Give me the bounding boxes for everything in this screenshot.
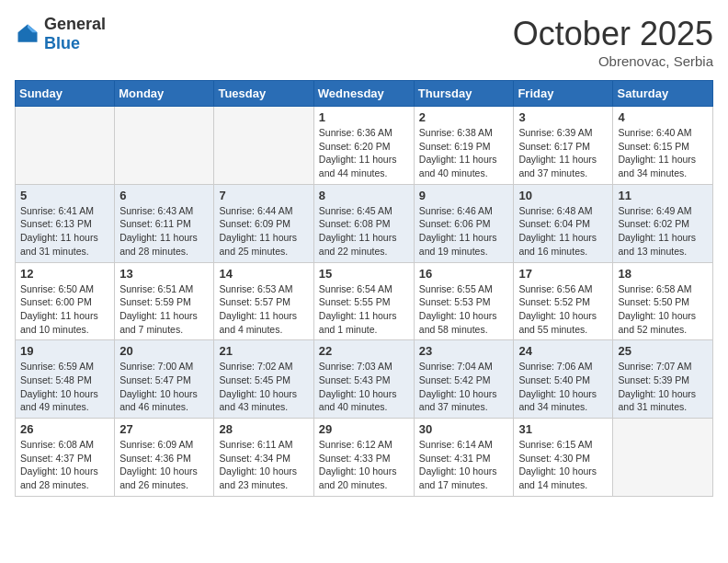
day-info: Sunrise: 6:38 AM Sunset: 6:19 PM Dayligh… xyxy=(419,126,509,180)
day-info: Sunrise: 6:50 AM Sunset: 6:00 PM Dayligh… xyxy=(20,282,109,337)
calendar-day-cell: 4Sunrise: 6:40 AM Sunset: 6:15 PM Daylig… xyxy=(613,107,713,185)
day-info: Sunrise: 6:39 AM Sunset: 6:17 PM Dayligh… xyxy=(518,126,608,180)
calendar-header-row: SundayMondayTuesdayWednesdayThursdayFrid… xyxy=(16,81,713,107)
day-info: Sunrise: 7:04 AM Sunset: 5:42 PM Dayligh… xyxy=(419,360,509,414)
weekday-header: Thursday xyxy=(414,81,514,107)
day-number: 1 xyxy=(319,110,409,124)
day-number: 28 xyxy=(219,422,308,436)
day-info: Sunrise: 6:59 AM Sunset: 5:48 PM Dayligh… xyxy=(20,360,109,414)
day-number: 8 xyxy=(319,189,409,202)
calendar-day-cell: 12Sunrise: 6:50 AM Sunset: 6:00 PM Dayli… xyxy=(16,262,115,340)
calendar-day-cell: 24Sunrise: 7:06 AM Sunset: 5:40 PM Dayli… xyxy=(514,340,613,419)
day-info: Sunrise: 6:08 AM Sunset: 4:37 PM Dayligh… xyxy=(20,438,109,492)
weekday-header: Monday xyxy=(115,81,214,107)
day-number: 13 xyxy=(119,267,209,281)
calendar-day-cell: 30Sunrise: 6:14 AM Sunset: 4:31 PM Dayli… xyxy=(414,419,514,497)
calendar-day-cell: 26Sunrise: 6:08 AM Sunset: 4:37 PM Dayli… xyxy=(16,419,115,497)
day-info: Sunrise: 6:15 AM Sunset: 4:30 PM Dayligh… xyxy=(518,438,608,492)
calendar-day-cell: 5Sunrise: 6:41 AM Sunset: 6:13 PM Daylig… xyxy=(16,184,115,262)
day-info: Sunrise: 6:51 AM Sunset: 5:59 PM Dayligh… xyxy=(119,282,209,337)
day-number: 24 xyxy=(518,344,608,358)
weekday-header: Friday xyxy=(514,81,613,107)
day-number: 20 xyxy=(119,344,209,358)
day-info: Sunrise: 7:07 AM Sunset: 5:39 PM Dayligh… xyxy=(618,360,708,414)
calendar-day-cell: 22Sunrise: 7:03 AM Sunset: 5:43 PM Dayli… xyxy=(313,340,414,419)
calendar-day-cell: 15Sunrise: 6:54 AM Sunset: 5:55 PM Dayli… xyxy=(313,262,414,340)
calendar-day-cell: 13Sunrise: 6:51 AM Sunset: 5:59 PM Dayli… xyxy=(115,262,214,340)
day-number: 30 xyxy=(419,422,509,436)
day-number: 31 xyxy=(518,422,608,436)
calendar-day-cell: 7Sunrise: 6:44 AM Sunset: 6:09 PM Daylig… xyxy=(214,184,313,262)
day-info: Sunrise: 6:55 AM Sunset: 5:53 PM Dayligh… xyxy=(419,282,509,337)
day-info: Sunrise: 7:00 AM Sunset: 5:47 PM Dayligh… xyxy=(119,360,209,414)
day-info: Sunrise: 6:14 AM Sunset: 4:31 PM Dayligh… xyxy=(419,438,509,492)
calendar-day-cell xyxy=(214,107,313,185)
calendar-day-cell: 14Sunrise: 6:53 AM Sunset: 5:57 PM Dayli… xyxy=(214,262,313,340)
logo-blue-text: Blue xyxy=(44,34,80,52)
day-info: Sunrise: 7:03 AM Sunset: 5:43 PM Dayligh… xyxy=(319,360,409,414)
day-number: 27 xyxy=(119,422,209,436)
day-info: Sunrise: 6:41 AM Sunset: 6:13 PM Dayligh… xyxy=(20,204,109,259)
day-number: 22 xyxy=(319,344,409,358)
day-info: Sunrise: 6:54 AM Sunset: 5:55 PM Dayligh… xyxy=(319,282,409,337)
calendar-day-cell xyxy=(613,419,713,497)
calendar-day-cell: 25Sunrise: 7:07 AM Sunset: 5:39 PM Dayli… xyxy=(613,340,713,419)
logo: General Blue xyxy=(15,15,106,53)
location-subtitle: Obrenovac, Serbia xyxy=(513,53,713,69)
calendar-day-cell: 21Sunrise: 7:02 AM Sunset: 5:45 PM Dayli… xyxy=(214,340,313,419)
day-info: Sunrise: 7:06 AM Sunset: 5:40 PM Dayligh… xyxy=(518,360,608,414)
day-info: Sunrise: 6:36 AM Sunset: 6:20 PM Dayligh… xyxy=(319,126,409,180)
calendar-day-cell: 8Sunrise: 6:45 AM Sunset: 6:08 PM Daylig… xyxy=(313,184,414,262)
day-number: 5 xyxy=(20,189,109,202)
calendar-day-cell: 18Sunrise: 6:58 AM Sunset: 5:50 PM Dayli… xyxy=(613,262,713,340)
calendar-week-row: 26Sunrise: 6:08 AM Sunset: 4:37 PM Dayli… xyxy=(16,419,713,497)
day-number: 11 xyxy=(618,189,708,202)
day-number: 9 xyxy=(419,189,509,202)
day-info: Sunrise: 6:44 AM Sunset: 6:09 PM Dayligh… xyxy=(219,204,308,259)
page-header: General Blue October 2025 Obrenovac, Ser… xyxy=(15,15,713,69)
day-number: 25 xyxy=(618,344,708,358)
calendar-day-cell: 29Sunrise: 6:12 AM Sunset: 4:33 PM Dayli… xyxy=(313,419,414,497)
day-number: 18 xyxy=(618,267,708,281)
weekday-header: Tuesday xyxy=(214,81,313,107)
calendar-day-cell: 6Sunrise: 6:43 AM Sunset: 6:11 PM Daylig… xyxy=(115,184,214,262)
day-info: Sunrise: 6:12 AM Sunset: 4:33 PM Dayligh… xyxy=(319,438,409,492)
day-number: 29 xyxy=(319,422,409,436)
title-block: October 2025 Obrenovac, Serbia xyxy=(513,15,713,69)
calendar-day-cell: 1Sunrise: 6:36 AM Sunset: 6:20 PM Daylig… xyxy=(313,107,414,185)
calendar-day-cell: 31Sunrise: 6:15 AM Sunset: 4:30 PM Dayli… xyxy=(514,419,613,497)
day-number: 7 xyxy=(219,189,308,202)
calendar-week-row: 19Sunrise: 6:59 AM Sunset: 5:48 PM Dayli… xyxy=(16,340,713,419)
day-info: Sunrise: 6:45 AM Sunset: 6:08 PM Dayligh… xyxy=(319,204,409,259)
day-info: Sunrise: 6:09 AM Sunset: 4:36 PM Dayligh… xyxy=(119,438,209,492)
day-number: 6 xyxy=(119,189,209,202)
day-number: 12 xyxy=(20,267,109,281)
day-number: 3 xyxy=(518,110,608,124)
day-info: Sunrise: 6:53 AM Sunset: 5:57 PM Dayligh… xyxy=(219,282,308,337)
day-info: Sunrise: 6:40 AM Sunset: 6:15 PM Dayligh… xyxy=(618,126,708,180)
day-info: Sunrise: 6:49 AM Sunset: 6:02 PM Dayligh… xyxy=(618,204,708,259)
calendar-day-cell: 16Sunrise: 6:55 AM Sunset: 5:53 PM Dayli… xyxy=(414,262,514,340)
day-number: 17 xyxy=(518,267,608,281)
day-number: 10 xyxy=(518,189,608,202)
calendar-day-cell: 28Sunrise: 6:11 AM Sunset: 4:34 PM Dayli… xyxy=(214,419,313,497)
calendar-day-cell: 20Sunrise: 7:00 AM Sunset: 5:47 PM Dayli… xyxy=(115,340,214,419)
calendar-day-cell xyxy=(16,107,115,185)
calendar-day-cell: 19Sunrise: 6:59 AM Sunset: 5:48 PM Dayli… xyxy=(16,340,115,419)
calendar-day-cell: 17Sunrise: 6:56 AM Sunset: 5:52 PM Dayli… xyxy=(514,262,613,340)
day-number: 19 xyxy=(20,344,109,358)
weekday-header: Sunday xyxy=(16,81,115,107)
day-number: 21 xyxy=(219,344,308,358)
calendar-day-cell: 2Sunrise: 6:38 AM Sunset: 6:19 PM Daylig… xyxy=(414,107,514,185)
calendar-day-cell: 9Sunrise: 6:46 AM Sunset: 6:06 PM Daylig… xyxy=(414,184,514,262)
calendar-day-cell: 23Sunrise: 7:04 AM Sunset: 5:42 PM Dayli… xyxy=(414,340,514,419)
day-number: 14 xyxy=(219,267,308,281)
day-info: Sunrise: 6:56 AM Sunset: 5:52 PM Dayligh… xyxy=(518,282,608,337)
day-info: Sunrise: 6:46 AM Sunset: 6:06 PM Dayligh… xyxy=(419,204,509,259)
weekday-header: Wednesday xyxy=(313,81,414,107)
day-number: 23 xyxy=(419,344,509,358)
day-number: 4 xyxy=(618,110,708,124)
day-info: Sunrise: 6:48 AM Sunset: 6:04 PM Dayligh… xyxy=(518,204,608,259)
calendar-day-cell xyxy=(115,107,214,185)
calendar-day-cell: 10Sunrise: 6:48 AM Sunset: 6:04 PM Dayli… xyxy=(514,184,613,262)
